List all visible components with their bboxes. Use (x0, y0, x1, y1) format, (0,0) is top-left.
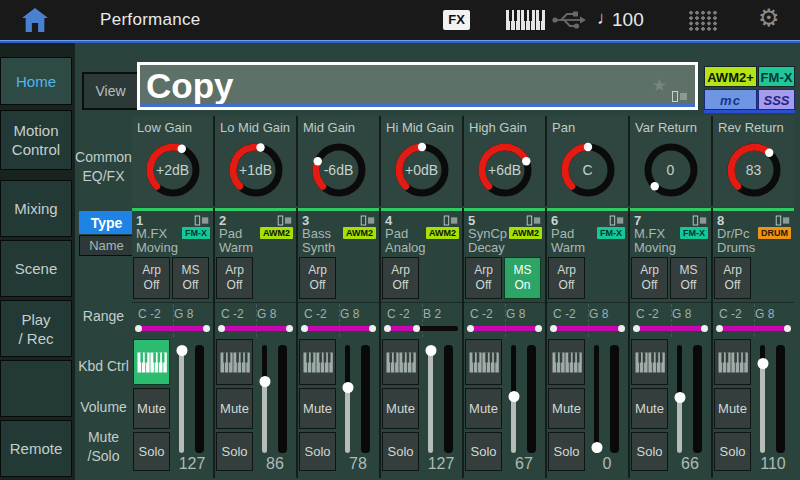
solo-button[interactable]: Solo (299, 432, 336, 471)
solo-button[interactable]: Solo (216, 432, 253, 471)
knob[interactable]: -6dB (309, 140, 369, 200)
arp-button[interactable]: Arp Off (299, 257, 336, 299)
fader-handle[interactable] (674, 392, 685, 403)
fader-handle[interactable] (176, 345, 187, 356)
fader-handle[interactable] (342, 382, 353, 393)
part-header[interactable]: 1 M.FX FM-X Moving (132, 208, 213, 255)
volume-fader[interactable] (504, 345, 545, 453)
note-range[interactable]: C -2 B 2 (381, 302, 462, 339)
note-range[interactable]: C -2 G 8 (215, 302, 296, 339)
arp-button[interactable]: Arp Off (133, 257, 170, 299)
mute-button[interactable]: Mute (465, 388, 502, 429)
gear-icon[interactable]: ⚙ (758, 4, 780, 32)
mute-button[interactable]: Mute (216, 388, 253, 429)
fader-handle[interactable] (591, 442, 602, 453)
motion-seq-button[interactable]: MS On (504, 257, 541, 299)
knob[interactable]: +6dB (475, 140, 535, 200)
mute-button[interactable]: Mute (714, 388, 751, 429)
arp-button[interactable]: Arp Off (631, 257, 668, 299)
part-header[interactable]: 7 M.FX FM-X Moving (630, 208, 711, 255)
kbd-ctrl-button[interactable] (382, 339, 419, 385)
knob[interactable]: 83 (724, 140, 784, 200)
solo-button[interactable]: Solo (465, 432, 502, 471)
part-header[interactable]: 6 Pad FM-X Warm (547, 208, 628, 255)
view-button[interactable]: View (82, 72, 139, 110)
volume-fader[interactable] (255, 345, 296, 453)
volume-fader[interactable] (753, 345, 794, 453)
fader-track[interactable] (594, 345, 599, 453)
kbd-ctrl-button[interactable] (465, 339, 502, 385)
mute-button[interactable]: Mute (382, 388, 419, 429)
arp-button[interactable]: Arp Off (548, 257, 585, 299)
mute-button[interactable]: Mute (299, 388, 336, 429)
sidebar-item[interactable]: Play / Rec (0, 300, 72, 357)
mute-button[interactable]: Mute (548, 388, 585, 429)
kbd-ctrl-button[interactable] (548, 339, 585, 385)
kbd-ctrl-button[interactable] (133, 339, 170, 385)
kbd-ctrl-button[interactable] (299, 339, 336, 385)
solo-button[interactable]: Solo (133, 432, 170, 471)
knob[interactable]: C (558, 140, 618, 200)
solo-button[interactable]: Solo (548, 432, 585, 471)
solo-button[interactable]: Solo (714, 432, 751, 471)
sidebar-item[interactable] (0, 360, 72, 417)
arp-button[interactable]: Arp Off (216, 257, 253, 299)
fader-track[interactable] (345, 345, 350, 453)
fader-handle[interactable] (757, 358, 768, 369)
note-range[interactable]: C -2 G 8 (630, 302, 711, 339)
part-header[interactable]: 8 Dr/Pc DRUM Drums (713, 208, 794, 255)
volume-fader[interactable] (172, 345, 213, 453)
utility-grid-icon[interactable] (688, 10, 718, 31)
performance-name-field[interactable]: Copy ★ (137, 62, 698, 110)
knob[interactable]: +1dB (226, 140, 286, 200)
home-icon[interactable] (22, 8, 48, 32)
volume-fader[interactable] (421, 345, 462, 453)
mute-button[interactable]: Mute (631, 388, 668, 429)
knob[interactable]: 0 (641, 140, 701, 200)
knob[interactable]: +2dB (143, 140, 203, 200)
kbd-ctrl-button[interactable] (714, 339, 751, 385)
arp-button[interactable]: Arp Off (714, 257, 751, 299)
fader-handle[interactable] (259, 376, 270, 387)
volume-fader[interactable] (587, 345, 628, 453)
fader-track[interactable] (760, 345, 765, 453)
kbd-ctrl-button[interactable] (216, 339, 253, 385)
tempo-value[interactable]: 100 (612, 9, 644, 31)
note-range[interactable]: C -2 G 8 (547, 302, 628, 339)
sidebar-item[interactable]: Motion Control (0, 110, 72, 170)
part-header[interactable]: 5 SynCp AWM2 Decay (464, 208, 545, 255)
part-header[interactable]: 2 Pad AWM2 Warm (215, 208, 296, 255)
part-header[interactable]: 3 Bass AWM2 Synth (298, 208, 379, 255)
name-button[interactable]: Name (79, 235, 134, 256)
sidebar-item[interactable]: Scene (0, 240, 72, 297)
sidebar-item[interactable]: Mixing (0, 180, 72, 237)
type-button[interactable]: Type (79, 211, 134, 234)
part-header[interactable]: 4 Pad AWM2 Analog (381, 208, 462, 255)
fader-track[interactable] (511, 345, 516, 453)
sidebar-item[interactable]: Home (0, 57, 72, 105)
fader-handle[interactable] (425, 345, 436, 356)
solo-button[interactable]: Solo (631, 432, 668, 471)
knob[interactable]: +0dB (392, 140, 452, 200)
fader-track[interactable] (428, 345, 433, 453)
volume-fader[interactable] (338, 345, 379, 453)
volume-fader[interactable] (670, 345, 711, 453)
solo-button[interactable]: Solo (382, 432, 419, 471)
kbd-ctrl-button[interactable] (631, 339, 668, 385)
fader-track[interactable] (262, 345, 267, 453)
fader-handle[interactable] (508, 391, 519, 402)
arp-button[interactable]: Arp Off (465, 257, 502, 299)
fader-track[interactable] (179, 345, 184, 453)
sidebar-item[interactable]: Remote (0, 420, 72, 477)
mute-button[interactable]: Mute (133, 388, 170, 429)
motion-seq-button[interactable]: MS Off (172, 257, 209, 299)
fader-track[interactable] (677, 345, 682, 453)
favorite-star-icon[interactable]: ★ (652, 75, 667, 96)
note-range[interactable]: C -2 G 8 (464, 302, 545, 339)
note-range[interactable]: C -2 G 8 (132, 302, 213, 339)
arp-button[interactable]: Arp Off (382, 257, 419, 299)
part-column: 3 Bass AWM2 Synth Arp Off C -2 G 8 (298, 208, 379, 478)
note-range[interactable]: C -2 G 8 (298, 302, 379, 339)
note-range[interactable]: C -2 G 8 (713, 302, 794, 339)
motion-seq-button[interactable]: MS Off (670, 257, 707, 299)
